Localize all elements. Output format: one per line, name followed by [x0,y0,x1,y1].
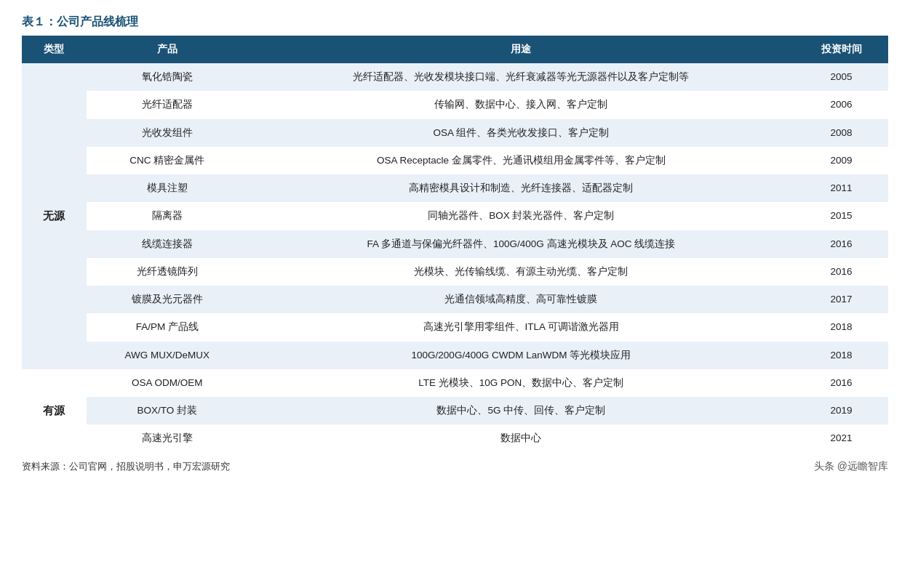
year-cell: 2005 [794,63,888,91]
product-cell: 镀膜及光元器件 [87,286,248,313]
col-type: 类型 [22,36,87,63]
usage-cell: 数据中心 [248,424,795,452]
usage-cell: 同轴光器件、BOX 封装光器件、客户定制 [248,202,795,230]
product-cell: 光纤透镜阵列 [87,258,248,286]
type-cell: 无源 [22,63,87,369]
product-cell: 光收发组件 [87,119,248,147]
year-cell: 2008 [794,119,888,147]
usage-cell: 高精密模具设计和制造、光纤连接器、适配器定制 [248,174,795,202]
table-row: CNC 精密金属件OSA Receptacle 金属零件、光通讯模组用金属零件等… [22,147,888,174]
col-product: 产品 [87,36,248,63]
table-row: 光纤适配器传输网、数据中心、接入网、客户定制2006 [22,91,888,118]
usage-cell: 光纤适配器、光收发模块接口端、光纤衰减器等光无源器件以及客户定制等 [248,63,795,91]
product-cell: CNC 精密金属件 [87,147,248,174]
title: 表１：公司产品线梳理 [22,15,888,30]
col-usage: 用途 [248,36,795,63]
product-cell: BOX/TO 封装 [87,397,248,424]
table-row: FA/PM 产品线高速光引擎用零组件、ITLA 可调谐激光器用2018 [22,313,888,341]
footer-source: 资料来源：公司官网，招股说明书，申万宏源研究 [22,460,230,473]
footer: 资料来源：公司官网，招股说明书，申万宏源研究 头条 @远瞻智库 [22,460,888,473]
year-cell: 2018 [794,342,888,369]
usage-cell: 传输网、数据中心、接入网、客户定制 [248,91,795,118]
year-cell: 2017 [794,286,888,313]
year-cell: 2019 [794,397,888,424]
product-cell: 模具注塑 [87,174,248,202]
table-row: BOX/TO 封装数据中心、5G 中传、回传、客户定制2019 [22,397,888,424]
table-header-row: 类型 产品 用途 投资时间 [22,36,888,63]
table-row: 光纤透镜阵列光模块、光传输线缆、有源主动光缆、客户定制2016 [22,258,888,286]
table-row: 线缆连接器FA 多通道与保偏光纤器件、100G/400G 高速光模块及 AOC … [22,230,888,258]
usage-cell: 数据中心、5G 中传、回传、客户定制 [248,397,795,424]
product-table: 类型 产品 用途 投资时间 无源氧化锆陶瓷光纤适配器、光收发模块接口端、光纤衰减… [22,36,888,453]
usage-cell: OSA 组件、各类光收发接口、客户定制 [248,119,795,147]
year-cell: 2009 [794,147,888,174]
year-cell: 2015 [794,202,888,230]
table-row: 有源OSA ODM/OEMLTE 光模块、10G PON、数据中心、客户定制20… [22,369,888,397]
usage-cell: FA 多通道与保偏光纤器件、100G/400G 高速光模块及 AOC 线缆连接 [248,230,795,258]
table-row: 隔离器同轴光器件、BOX 封装光器件、客户定制2015 [22,202,888,230]
col-year: 投资时间 [794,36,888,63]
product-cell: 高速光引擎 [87,424,248,452]
product-cell: 光纤适配器 [87,91,248,118]
year-cell: 2016 [794,369,888,397]
product-cell: 线缆连接器 [87,230,248,258]
product-cell: OSA ODM/OEM [87,369,248,397]
table-row: AWG MUX/DeMUX100G/200G/400G CWDM LanWDM … [22,342,888,369]
table-row: 无源氧化锆陶瓷光纤适配器、光收发模块接口端、光纤衰减器等光无源器件以及客户定制等… [22,63,888,91]
table-row: 镀膜及光元器件光通信领域高精度、高可靠性镀膜2017 [22,286,888,313]
table-row: 模具注塑高精密模具设计和制造、光纤连接器、适配器定制2011 [22,174,888,202]
year-cell: 2016 [794,258,888,286]
usage-cell: 光通信领域高精度、高可靠性镀膜 [248,286,795,313]
usage-cell: OSA Receptacle 金属零件、光通讯模组用金属零件等、客户定制 [248,147,795,174]
product-cell: 氧化锆陶瓷 [87,63,248,91]
footer-brand: 头条 @远瞻智库 [814,460,888,473]
product-cell: AWG MUX/DeMUX [87,342,248,369]
usage-cell: 光模块、光传输线缆、有源主动光缆、客户定制 [248,258,795,286]
type-cell: 有源 [22,369,87,453]
product-cell: FA/PM 产品线 [87,313,248,341]
usage-cell: 100G/200G/400G CWDM LanWDM 等光模块应用 [248,342,795,369]
product-cell: 隔离器 [87,202,248,230]
year-cell: 2016 [794,230,888,258]
table-row: 光收发组件OSA 组件、各类光收发接口、客户定制2008 [22,119,888,147]
year-cell: 2006 [794,91,888,118]
usage-cell: 高速光引擎用零组件、ITLA 可调谐激光器用 [248,313,795,341]
year-cell: 2011 [794,174,888,202]
year-cell: 2018 [794,313,888,341]
table-row: 高速光引擎数据中心2021 [22,424,888,452]
usage-cell: LTE 光模块、10G PON、数据中心、客户定制 [248,369,795,397]
year-cell: 2021 [794,424,888,452]
